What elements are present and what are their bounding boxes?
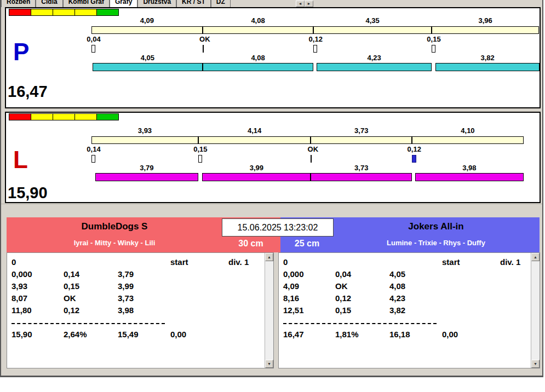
split-bar-segment	[313, 26, 432, 34]
table-cell	[500, 305, 531, 318]
tab-scroller: ◄ ►	[296, 1, 313, 7]
split-bar-segment	[198, 136, 311, 144]
cumulative-time-cell: 0,000	[12, 269, 64, 281]
dog-time-cell: 3,99	[118, 281, 170, 293]
tab-dru-stva[interactable]: Družstva	[137, 0, 176, 7]
dog-bar-segment	[435, 63, 539, 71]
dog-time-cell: 3,82	[389, 305, 442, 318]
lane-letter: L	[13, 148, 28, 172]
dog-time-cell: 4,05	[389, 269, 442, 281]
split-time-label: 4,14	[236, 127, 274, 135]
tab-kombi-graf[interactable]: Kombi Graf	[63, 0, 110, 7]
crossing-time-cell: 0,14	[64, 269, 118, 281]
cumulative-time-cell: 8,16	[283, 293, 335, 305]
jump-height-left: 30 cm	[222, 239, 280, 249]
split-time-label: 3,93	[125, 127, 164, 135]
table-cell	[500, 269, 531, 281]
column-header-start: start	[442, 257, 500, 269]
column-header-division: div. 1	[228, 257, 265, 269]
table-cell	[442, 305, 500, 318]
loss-percent-cell: 2,64%	[64, 330, 118, 342]
dog-time-cell: 3,98	[118, 305, 170, 318]
split-bar-segment	[91, 136, 198, 144]
legend-color-box	[31, 113, 53, 120]
penalty-cell: 0,00	[442, 330, 500, 342]
cumulative-time-cell: 4,09	[283, 281, 335, 293]
tab-scroll-left-button[interactable]: ◄	[296, 1, 305, 7]
scroll-down-button[interactable]: ▼	[531, 360, 540, 368]
crossing-time-label: OK	[294, 146, 332, 153]
table-cell	[228, 330, 265, 342]
tab-rozb-h[interactable]: Rozběh	[1, 0, 36, 7]
crossing-time-cell: 0,15	[335, 305, 389, 318]
table-cell	[442, 293, 500, 305]
tab-scroll-right-button[interactable]: ►	[305, 1, 313, 7]
scoreboard: DumbleDogs S Iyrai - Mitty - Winky - Lil…	[1, 214, 542, 376]
down-arrow-icon: ▼	[267, 362, 271, 366]
result-table-left[interactable]: 0startdiv. 10,0000,143,793,930,153,998,0…	[7, 252, 274, 368]
table-scrollbar[interactable]: ▲ ▼	[531, 253, 540, 368]
team-dog-list: Lumine - Trixie - Rhys - Duffy	[334, 239, 538, 247]
dog-time-label: 4,08	[239, 54, 277, 62]
table-cell	[500, 281, 531, 293]
crossing-time-label: 0,15	[181, 146, 220, 153]
crossing-time-cell: 0,12	[335, 293, 389, 305]
scroll-down-button[interactable]: ▼	[265, 360, 273, 368]
legend-color-box	[31, 9, 53, 16]
table-cell	[228, 269, 265, 281]
crossing-time-label: 0,15	[415, 36, 453, 43]
dog-bar-segment	[311, 173, 412, 181]
horizontal-separator	[1, 204, 542, 204]
dog-bar-segment	[95, 173, 198, 181]
legend-color-box	[53, 113, 75, 120]
crossing-marker-icon	[198, 155, 202, 163]
dashed-separator	[283, 318, 531, 330]
legend-color-box	[53, 9, 75, 16]
dog-time-label: 4,05	[128, 54, 167, 62]
tab-kr-st[interactable]: KR / ST	[176, 0, 211, 7]
left-arrow-icon: ◄	[299, 2, 302, 5]
tab-strip: RozběhČidlaKombi GrafGrafyDružstvaKR / S…	[1, 0, 341, 7]
dog-time-label: 3,99	[237, 164, 276, 172]
split-time-label: 3,96	[466, 17, 504, 25]
table-cell	[335, 257, 389, 269]
lane-total-time: 16,47	[8, 84, 48, 100]
up-arrow-icon: ▲	[533, 255, 537, 259]
scroll-up-button[interactable]: ▲	[531, 253, 540, 261]
table-cell	[228, 305, 265, 318]
legend-color-box	[74, 113, 97, 120]
table-cell	[389, 257, 442, 269]
split-time-label: 4,35	[353, 17, 392, 25]
crossing-marker-icon	[91, 45, 95, 53]
dog-time-cell: 4,23	[389, 293, 442, 305]
crossing-time-cell: 0,15	[64, 281, 118, 293]
crossing-time-label: 0,12	[395, 146, 433, 153]
total-time-cell: 16,47	[283, 330, 335, 342]
cumulative-time-cell: 11,80	[12, 305, 64, 318]
split-time-label: 3,73	[342, 127, 381, 135]
cumulative-time-cell: 0,000	[283, 269, 335, 281]
crossing-marker-icon	[311, 155, 312, 163]
dog-bar-segment	[93, 63, 203, 71]
result-table-right[interactable]: 0startdiv. 10,0000,044,054,09OK4,088,160…	[278, 252, 540, 368]
tab-dz[interactable]: DZ	[211, 0, 231, 7]
crossing-time-label: 0,12	[296, 36, 335, 43]
legend-color-box	[74, 9, 97, 16]
split-time-label: 4,10	[449, 127, 487, 135]
app-window: RozběhČidlaKombi GrafGrafyDružstvaKR / S…	[0, 0, 543, 377]
tab--idla[interactable]: Čidla	[36, 0, 62, 7]
lane-legend	[9, 113, 119, 120]
table-scrollbar[interactable]: ▲ ▼	[265, 253, 273, 368]
table-grid: 0startdiv. 10,0000,143,793,930,153,998,0…	[7, 253, 265, 368]
table-cell	[228, 281, 265, 293]
dog-time-cell: 4,08	[389, 281, 442, 293]
lane-graph: 4,094,084,353,960,04OK0,120,154,054,084,…	[6, 8, 540, 107]
scroll-up-button[interactable]: ▲	[265, 253, 273, 261]
crossing-time-cell: OK	[64, 293, 118, 305]
crossing-marker-icon	[432, 45, 435, 53]
table-cell	[500, 293, 531, 305]
lane-graph: 3,934,143,734,100,140,15OK0,123,793,993,…	[6, 113, 540, 202]
tab-grafy[interactable]: Grafy	[110, 0, 137, 7]
team-name: Jokers All-in	[334, 221, 538, 232]
jump-height-right: 25 cm	[280, 239, 334, 249]
